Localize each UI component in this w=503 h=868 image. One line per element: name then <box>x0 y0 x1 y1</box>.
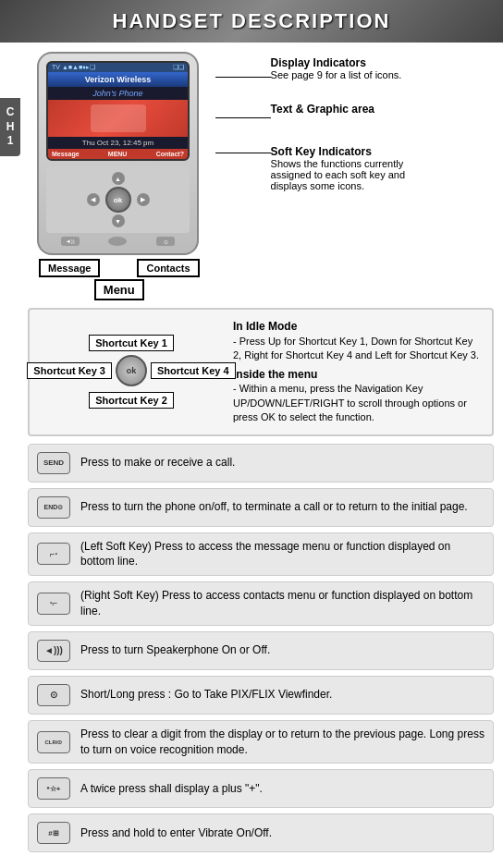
nav-left-btn[interactable]: ◀ <box>87 193 100 206</box>
shortcut-key-2-label: Shortcut Key 2 <box>89 392 174 409</box>
camera-icon: ⊙ <box>37 684 70 706</box>
label-desc-3: Shows the functions currently assigned t… <box>271 158 414 191</box>
phone-camera-btn[interactable]: ⊙ <box>156 237 175 246</box>
contacts-label: Contacts <box>137 259 199 277</box>
right-softkey-text: (Right Soft Key) Press to access contact… <box>80 588 485 619</box>
softkey-contact: Contact? <box>156 151 184 157</box>
label-text-graphic: Text & Graphic area <box>271 103 375 116</box>
star-text: A twice press shall display a plus "+". <box>80 781 263 797</box>
idle-mode-title: In Idle Mode <box>233 319 483 335</box>
shortcut-key-3-label: Shortcut Key 3 <box>27 362 112 379</box>
end-icon-wrapper: END⊙ <box>36 495 71 520</box>
action-row-speaker: ◄))) Press to turn Speakerphone On or Of… <box>28 631 494 670</box>
phone-time: Thu Oct 23, 12:45 pm <box>48 137 188 149</box>
phone-softkey-bar: Message MENU Contact? <box>48 149 188 159</box>
softkey-message: Message <box>52 151 80 157</box>
softkey-menu: MENU <box>108 151 128 157</box>
phone-username: John's Phone <box>48 87 188 100</box>
clr-text: Press to clear a digit from the display … <box>80 727 485 758</box>
label-title-2: Text & Graphic area <box>271 103 375 116</box>
nav-ok-circle[interactable]: ok <box>116 355 147 386</box>
action-row-hash: #⊞ Press and hold to enter Vibrate On/Of… <box>28 813 494 852</box>
send-icon: SEND <box>37 452 70 474</box>
label-title-3: Soft Key Indicators <box>271 145 414 158</box>
shortcut-key-1-label: Shortcut Key 1 <box>89 335 174 351</box>
action-list: SEND Press to make or receive a call. EN… <box>28 444 494 853</box>
nav-up-btn[interactable]: ▲ <box>112 172 125 185</box>
phone-screen: TV ▲■▲■♦▸❑ ❑❑ Verizon Wireless John's Ph… <box>46 61 190 161</box>
phone-status-bar: TV ▲■▲■♦▸❑ ❑❑ <box>48 63 188 72</box>
star-icon-wrapper: *☆+ <box>36 776 71 801</box>
idle-mode-text: - Press Up for Shortcut Key 1, Down for … <box>233 335 483 363</box>
nav-diagram-section: Shortcut Key 1 Shortcut Key 3 ok Shortcu… <box>28 308 494 436</box>
phone-nav-row-mid: ◀ ok ▶ <box>50 187 186 213</box>
page-header: HANDSET DESCRIPTION <box>0 0 503 43</box>
star-icon: *☆+ <box>37 777 70 800</box>
label-display-indicators: Display Indicators See page 9 for a list… <box>271 56 402 80</box>
hash-text: Press and hold to enter Vibrate On/Off. <box>80 825 272 841</box>
label-title-1: Display Indicators <box>271 56 402 69</box>
end-icon: END⊙ <box>37 496 70 519</box>
right-softkey-icon-wrapper: ·⌐ <box>36 591 71 617</box>
label-softkey-indicators: Soft Key Indicators Shows the functions … <box>271 145 414 191</box>
action-row-end: END⊙ Press to turn the phone on/off, to … <box>28 488 494 527</box>
page-number: 8 <box>28 858 494 868</box>
action-row-clr: CLR/⊙ Press to clear a digit from the di… <box>28 720 494 764</box>
send-text: Press to make or receive a call. <box>80 455 235 471</box>
phone-nav-row-bot: ▼ <box>50 214 186 227</box>
phone-labels-right: Display Indicators See page 9 for a list… <box>202 52 414 214</box>
action-row-camera: ⊙ Short/Long press : Go to Take PIX/FLIX… <box>28 676 494 715</box>
phone-wallpaper <box>48 100 188 137</box>
phone-carrier: Verizon Wireless <box>48 72 188 87</box>
speaker-text: Press to turn Speakerphone On or Off. <box>80 642 270 658</box>
action-row-star: *☆+ A twice press shall display a plus "… <box>28 769 494 808</box>
right-softkey-icon: ·⌐ <box>37 593 70 615</box>
shortcut-key-4-label: Shortcut Key 4 <box>151 362 236 379</box>
clr-icon: CLR/⊙ <box>37 731 70 753</box>
ok-label: ok <box>127 366 137 375</box>
menu-title: Inside the menu <box>233 367 483 383</box>
phone-image: TV ▲■▲■♦▸❑ ❑❑ Verizon Wireless John's Ph… <box>37 52 202 300</box>
left-softkey-icon-wrapper: ⌐· <box>36 541 71 567</box>
hash-icon-wrapper: #⊞ <box>36 820 71 846</box>
phone-nav-row-top: ▲ <box>50 172 186 185</box>
nav-right-btn[interactable]: ▶ <box>137 193 150 206</box>
page-title: HANDSET DESCRIPTION <box>0 9 503 33</box>
menu-label: Menu <box>94 279 144 300</box>
phone-diagram-section: TV ▲■▲■♦▸❑ ❑❑ Verizon Wireless John's Ph… <box>37 52 494 300</box>
camera-text: Short/Long press : Go to Take PIX/FLIX V… <box>80 687 332 703</box>
nav-text-description: In Idle Mode - Press Up for Shortcut Key… <box>233 319 483 425</box>
nav-key-diagram: Shortcut Key 1 Shortcut Key 3 ok Shortcu… <box>39 335 224 409</box>
nav-down-btn[interactable]: ▼ <box>112 214 125 227</box>
hash-icon: #⊞ <box>37 822 70 844</box>
main-content: TV ▲■▲■♦▸❑ ❑❑ Verizon Wireless John's Ph… <box>0 43 503 868</box>
message-label: Message <box>39 259 100 277</box>
left-softkey-text: (Left Soft Key) Press to access the mess… <box>80 539 485 570</box>
phone-bottom-row: ◄)) ⊙ <box>46 237 190 246</box>
action-row-left-softkey: ⌐· (Left Soft Key) Press to access the m… <box>28 532 494 577</box>
send-icon-wrapper: SEND <box>36 450 71 476</box>
ok-button[interactable]: ok <box>105 187 131 213</box>
end-text: Press to turn the phone on/off, to termi… <box>80 499 468 515</box>
speaker-icon-wrapper: ◄))) <box>36 638 71 664</box>
action-row-right-softkey: ·⌐ (Right Soft Key) Press to access cont… <box>28 581 494 626</box>
clr-icon-wrapper: CLR/⊙ <box>36 729 71 755</box>
left-softkey-icon: ⌐· <box>37 543 70 565</box>
phone-nav-area: ▲ ◀ ok ▶ ▼ <box>46 166 190 233</box>
label-desc-1: See page 9 for a list of icons. <box>271 69 402 80</box>
menu-text: - Within a menu, press the Navigation Ke… <box>233 382 483 424</box>
nav-key-center: Shortcut Key 1 Shortcut Key 3 ok Shortcu… <box>39 335 224 409</box>
phone-speaker-btn[interactable]: ◄)) <box>61 237 80 246</box>
speaker-icon: ◄))) <box>37 640 70 662</box>
action-row-send: SEND Press to make or receive a call. <box>28 444 494 483</box>
camera-icon-wrapper: ⊙ <box>36 682 71 708</box>
